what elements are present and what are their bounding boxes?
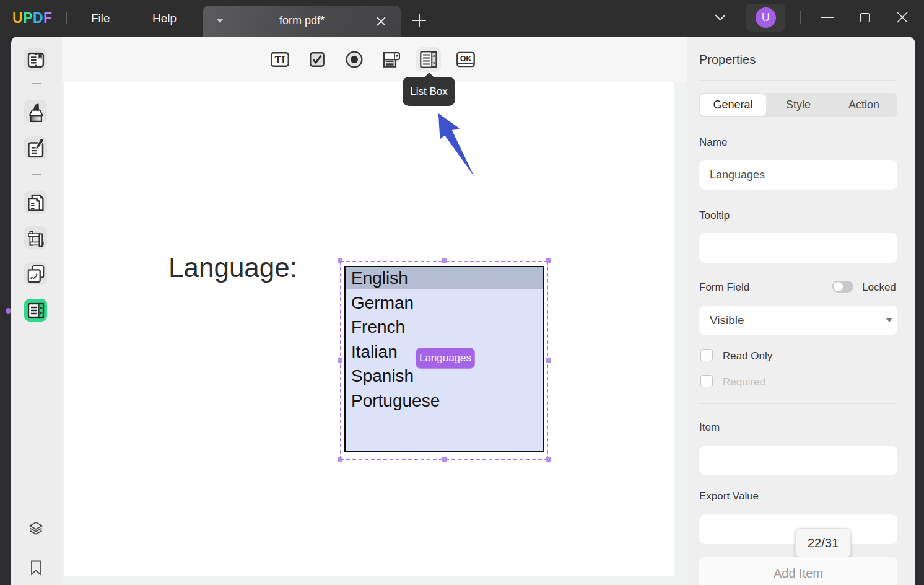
svg-text:TI: TI [275, 55, 285, 65]
svg-text:OK: OK [460, 55, 472, 63]
